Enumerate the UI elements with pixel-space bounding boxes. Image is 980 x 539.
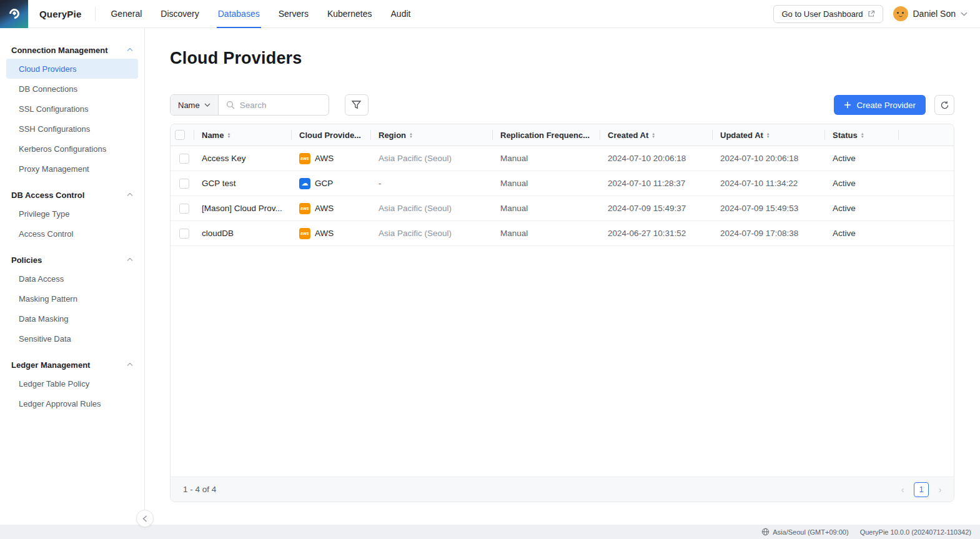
- table-row[interactable]: cloudDB aws AWS Asia Pacific (Seoul) Man…: [171, 221, 954, 246]
- section-title: Policies: [11, 255, 42, 265]
- previous-page-button[interactable]: ‹: [898, 485, 908, 495]
- cell-name: [Mason] Cloud Prov...: [194, 204, 292, 213]
- create-provider-button[interactable]: Create Provider: [834, 95, 926, 115]
- column-header-actions: [899, 124, 954, 146]
- sidebar: Connection Management Cloud Providers DB…: [0, 28, 145, 525]
- globe-icon: [761, 528, 770, 536]
- column-header-created-at[interactable]: Created At ▲▼: [600, 124, 713, 146]
- search-icon: [226, 101, 235, 109]
- cloud-providers-table: Name ▲▼ Cloud Provide... Region ▲▼ Repli…: [170, 124, 954, 502]
- sidebar-item-data-masking[interactable]: Data Masking: [6, 309, 138, 329]
- sidebar-item-sensitive-data[interactable]: Sensitive Data: [6, 329, 138, 349]
- sidebar-collapse-button[interactable]: [136, 510, 154, 527]
- cell-name: GCP test: [194, 179, 292, 188]
- sidebar-section-policies: Policies Data Access Masking Pattern Dat…: [6, 252, 138, 349]
- sidebar-item-proxy-management[interactable]: Proxy Management: [6, 159, 138, 179]
- create-provider-label: Create Provider: [856, 101, 916, 110]
- tab-general[interactable]: General: [109, 0, 143, 28]
- row-checkbox[interactable]: [179, 229, 189, 239]
- cell-cloud-provider: aws AWS: [292, 203, 371, 214]
- table-empty-space: [171, 246, 954, 477]
- column-label: Created At: [608, 131, 648, 140]
- sidebar-item-ssl-configurations[interactable]: SSL Configurations: [6, 99, 138, 119]
- sort-icon: ▲▼: [651, 132, 655, 138]
- sidebar-item-privilege-type[interactable]: Privilege Type: [6, 204, 138, 224]
- column-header-name[interactable]: Name ▲▼: [194, 124, 292, 146]
- column-label: Name: [202, 131, 224, 140]
- provider-label: AWS: [315, 154, 334, 163]
- sort-icon: ▲▼: [766, 132, 770, 138]
- next-page-button[interactable]: ›: [935, 485, 945, 495]
- sidebar-header-db-access-control[interactable]: DB Access Control: [6, 187, 138, 204]
- provider-label: GCP: [315, 179, 333, 188]
- cell-replication-frequency: Manual: [493, 154, 600, 163]
- funnel-icon: [352, 101, 361, 109]
- aws-icon: aws: [299, 153, 310, 164]
- row-checkbox[interactable]: [179, 179, 189, 189]
- cell-name: cloudDB: [194, 229, 292, 238]
- refresh-icon: [940, 101, 949, 110]
- user-menu[interactable]: Daniel Son: [893, 6, 968, 21]
- cell-status: Active: [825, 179, 899, 188]
- column-header-updated-at[interactable]: Updated At ▲▼: [713, 124, 825, 146]
- row-checkbox[interactable]: [179, 154, 189, 164]
- search-input[interactable]: [240, 101, 321, 110]
- toolbar: Name Create Provider: [170, 94, 954, 116]
- table-row[interactable]: [Mason] Cloud Prov... aws AWS Asia Pacif…: [171, 196, 954, 221]
- tab-databases[interactable]: Databases: [217, 0, 261, 28]
- pagination: ‹ 1 ›: [898, 482, 945, 497]
- sidebar-item-data-access[interactable]: Data Access: [6, 269, 138, 289]
- cell-cloud-provider: aws AWS: [292, 153, 371, 164]
- column-header-status[interactable]: Status ▲▼: [825, 124, 899, 146]
- tab-discovery[interactable]: Discovery: [159, 0, 200, 28]
- primary-tabs: General Discovery Databases Servers Kube…: [109, 0, 412, 28]
- sidebar-item-ledger-table-policy[interactable]: Ledger Table Policy: [6, 373, 138, 393]
- tab-kubernetes[interactable]: Kubernetes: [326, 0, 374, 28]
- chevron-down-icon: [961, 12, 968, 16]
- cell-replication-frequency: Manual: [493, 204, 600, 213]
- column-label: Region: [379, 131, 406, 140]
- search-box: [219, 95, 329, 115]
- filter-button[interactable]: [345, 94, 369, 116]
- chevron-up-icon: [127, 362, 133, 368]
- sidebar-item-masking-pattern[interactable]: Masking Pattern: [6, 289, 138, 309]
- select-all-checkbox[interactable]: [175, 130, 185, 140]
- search-group: Name: [170, 94, 329, 116]
- refresh-button[interactable]: [934, 95, 954, 115]
- cell-region: -: [371, 179, 493, 188]
- row-checkbox[interactable]: [179, 204, 189, 214]
- sidebar-item-cloud-providers[interactable]: Cloud Providers: [6, 59, 138, 79]
- sidebar-item-ssh-configurations[interactable]: SSH Configurations: [6, 119, 138, 139]
- column-header-cloud-provider[interactable]: Cloud Provide...: [292, 124, 371, 146]
- column-header-region[interactable]: Region ▲▼: [371, 124, 493, 146]
- sidebar-header-policies[interactable]: Policies: [6, 252, 138, 269]
- sidebar-item-access-control[interactable]: Access Control: [6, 224, 138, 244]
- nav-divider: [95, 7, 96, 21]
- table-row[interactable]: Access Key aws AWS Asia Pacific (Seoul) …: [171, 146, 954, 171]
- chevron-up-icon: [127, 257, 133, 264]
- sidebar-item-db-connections[interactable]: DB Connections: [6, 79, 138, 99]
- logo-ring-icon: [7, 7, 21, 21]
- sidebar-header-connection-management[interactable]: Connection Management: [6, 42, 138, 59]
- tab-audit[interactable]: Audit: [390, 0, 412, 28]
- cell-updated-at: 2024-07-10 20:06:18: [713, 154, 825, 163]
- column-header-replication-frequency[interactable]: Replication Frequenc...: [493, 124, 600, 146]
- pagination-range: 1 - 4 of 4: [183, 485, 216, 494]
- cell-replication-frequency: Manual: [493, 229, 600, 238]
- table-row[interactable]: GCP test ☁ GCP - Manual 2024-07-10 11:28…: [171, 171, 954, 196]
- search-field-selector[interactable]: Name: [171, 95, 219, 115]
- page-title: Cloud Providers: [170, 49, 954, 68]
- cell-updated-at: 2024-07-09 17:08:38: [713, 229, 825, 238]
- section-title: DB Access Control: [11, 190, 84, 200]
- provider-label: AWS: [315, 229, 334, 238]
- page-number-button[interactable]: 1: [914, 482, 929, 497]
- cell-status: Active: [825, 204, 899, 213]
- column-label: Replication Frequenc...: [500, 131, 590, 140]
- cell-status: Active: [825, 154, 899, 163]
- tab-servers[interactable]: Servers: [277, 0, 310, 28]
- section-title: Connection Management: [11, 46, 108, 55]
- sidebar-item-ledger-approval-rules[interactable]: Ledger Approval Rules: [6, 393, 138, 413]
- sidebar-header-ledger-management[interactable]: Ledger Management: [6, 357, 138, 373]
- go-to-user-dashboard-button[interactable]: Go to User Dashboard: [773, 5, 883, 23]
- sidebar-item-kerberos-configurations[interactable]: Kerberos Configurations: [6, 139, 138, 159]
